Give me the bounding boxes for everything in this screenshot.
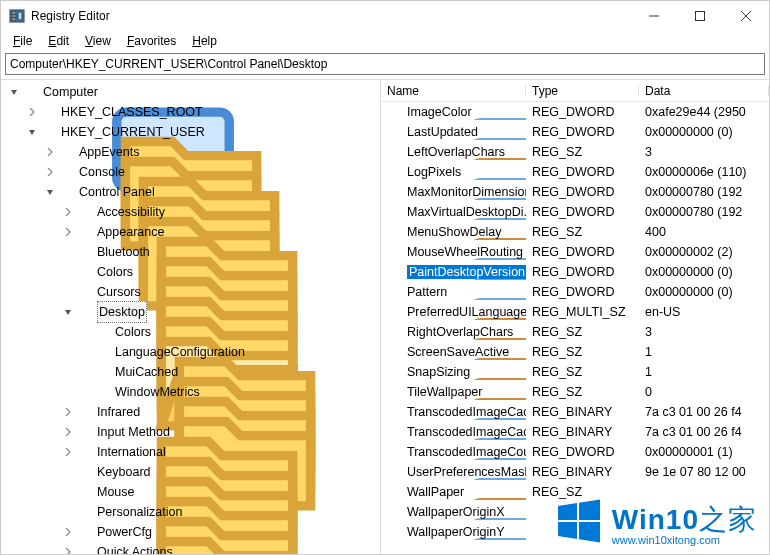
value-row[interactable]: MaxVirtualDesktopDi...REG_DWORD0x0000078…	[381, 202, 769, 222]
chevron-right-icon[interactable]	[61, 445, 75, 459]
column-name[interactable]: Name	[381, 84, 526, 98]
tree-item[interactable]: Keyboard	[1, 462, 380, 482]
tree-pane[interactable]: ComputerHKEY_CLASSES_ROOTHKEY_CURRENT_US…	[1, 79, 381, 554]
chevron-right-icon[interactable]	[61, 225, 75, 239]
binary-value-icon	[387, 444, 403, 460]
binary-value-icon	[387, 504, 403, 520]
chevron-down-icon[interactable]	[25, 125, 39, 139]
value-row[interactable]: WallpaperOriginX	[381, 502, 769, 522]
value-type: REG_DWORD	[526, 205, 639, 219]
tree-item[interactable]: Colors	[1, 322, 380, 342]
value-row[interactable]: PaintDesktopVersionREG_DWORD0x00000000 (…	[381, 262, 769, 282]
folder-icon	[95, 324, 111, 340]
value-type: REG_SZ	[526, 385, 639, 399]
value-row[interactable]: LeftOverlapCharsREG_SZ3	[381, 142, 769, 162]
chevron-down-icon[interactable]	[43, 185, 57, 199]
chevron-down-icon[interactable]	[61, 305, 75, 319]
value-type: REG_BINARY	[526, 425, 639, 439]
expander-none	[61, 485, 75, 499]
expander-none	[61, 265, 75, 279]
chevron-right-icon[interactable]	[61, 405, 75, 419]
tree-item[interactable]: LanguageConfiguration	[1, 342, 380, 362]
expander-none	[79, 385, 93, 399]
value-row[interactable]: RightOverlapCharsREG_SZ3	[381, 322, 769, 342]
chevron-down-icon[interactable]	[7, 85, 21, 99]
value-row[interactable]: TranscodedImageCacheREG_BINARY7a c3 01 0…	[381, 402, 769, 422]
value-row[interactable]: LogPixelsREG_DWORD0x0000006e (110)	[381, 162, 769, 182]
folder-icon	[59, 144, 75, 160]
close-button[interactable]	[723, 1, 769, 31]
tree-item[interactable]: Mouse	[1, 482, 380, 502]
menu-help[interactable]: Help	[184, 32, 225, 50]
tree-item[interactable]: HKEY_CLASSES_ROOT	[1, 102, 380, 122]
value-row[interactable]: PreferredUILanguagesREG_MULTI_SZen-US	[381, 302, 769, 322]
tree-item[interactable]: MuiCached	[1, 362, 380, 382]
svg-rect-8	[12, 12, 16, 14]
value-row[interactable]: ScreenSaveActiveREG_SZ1	[381, 342, 769, 362]
value-row[interactable]: MouseWheelRoutingREG_DWORD0x00000002 (2)	[381, 242, 769, 262]
folder-icon	[77, 524, 93, 540]
value-row[interactable]: MaxMonitorDimensionREG_DWORD0x00000780 (…	[381, 182, 769, 202]
value-row[interactable]: WallpaperOriginY	[381, 522, 769, 542]
tree-item[interactable]: Input Method	[1, 422, 380, 442]
binary-value-icon	[387, 244, 403, 260]
values-pane[interactable]: Name Type Data ImageColorREG_DWORD0xafe2…	[381, 79, 769, 554]
expander-none	[79, 365, 93, 379]
value-row[interactable]: ImageColorREG_DWORD0xafe29e44 (2950	[381, 102, 769, 122]
menubar: FileEditViewFavoritesHelp	[1, 31, 769, 51]
value-row[interactable]: LastUpdatedREG_DWORD0x00000000 (0)	[381, 122, 769, 142]
menu-view[interactable]: View	[77, 32, 119, 50]
chevron-right-icon[interactable]	[61, 525, 75, 539]
tree-item[interactable]: Cursors	[1, 282, 380, 302]
tree-item-label: Colors	[97, 262, 133, 282]
folder-icon	[95, 344, 111, 360]
tree-item-label: MuiCached	[115, 362, 178, 382]
tree-item[interactable]: Computer	[1, 82, 380, 102]
value-data: 3	[639, 325, 769, 339]
chevron-right-icon[interactable]	[61, 425, 75, 439]
value-data: 0x00000002 (2)	[639, 245, 769, 259]
value-row[interactable]: TileWallpaperREG_SZ0	[381, 382, 769, 402]
menu-edit[interactable]: Edit	[40, 32, 77, 50]
value-name: MenuShowDelay	[407, 225, 502, 239]
value-name: ScreenSaveActive	[407, 345, 509, 359]
tree-item[interactable]: Personalization	[1, 502, 380, 522]
tree-item-label: Mouse	[97, 482, 135, 502]
minimize-button[interactable]	[631, 1, 677, 31]
tree-item[interactable]: Desktop	[1, 302, 380, 322]
binary-value-icon	[387, 184, 403, 200]
expander-none	[61, 285, 75, 299]
column-data[interactable]: Data	[639, 84, 769, 98]
value-row[interactable]: SnapSizingREG_SZ1	[381, 362, 769, 382]
chevron-right-icon[interactable]	[61, 205, 75, 219]
column-type[interactable]: Type	[526, 84, 639, 98]
string-value-icon	[387, 224, 403, 240]
list-header: Name Type Data	[381, 80, 769, 102]
tree-item-label: Desktop	[97, 301, 147, 323]
tree-item[interactable]: HKEY_CURRENT_USER	[1, 122, 380, 142]
chevron-right-icon[interactable]	[43, 145, 57, 159]
folder-icon	[77, 404, 93, 420]
maximize-button[interactable]	[677, 1, 723, 31]
tree-item[interactable]: PowerCfg	[1, 522, 380, 542]
folder-icon	[41, 124, 57, 140]
value-row[interactable]: TranscodedImageCac...REG_BINARY7a c3 01 …	[381, 422, 769, 442]
binary-value-icon	[387, 284, 403, 300]
chevron-right-icon[interactable]	[61, 545, 75, 554]
value-row[interactable]: UserPreferencesMaskREG_BINARY9e 1e 07 80…	[381, 462, 769, 482]
value-row[interactable]: WallPaperREG_SZ	[381, 482, 769, 502]
address-bar[interactable]: Computer\HKEY_CURRENT_USER\Control Panel…	[5, 53, 765, 75]
value-type: REG_SZ	[526, 485, 639, 499]
menu-file[interactable]: File	[5, 32, 40, 50]
chevron-right-icon[interactable]	[25, 105, 39, 119]
menu-favorites[interactable]: Favorites	[119, 32, 184, 50]
tree-item[interactable]: Quick Actions	[1, 542, 380, 554]
value-row[interactable]: MenuShowDelayREG_SZ400	[381, 222, 769, 242]
tree-item[interactable]: WindowMetrics	[1, 382, 380, 402]
chevron-right-icon[interactable]	[43, 165, 57, 179]
tree-item[interactable]: International	[1, 442, 380, 462]
value-row[interactable]: PatternREG_DWORD0x00000000 (0)	[381, 282, 769, 302]
binary-value-icon	[387, 404, 403, 420]
value-row[interactable]: TranscodedImageCountREG_DWORD0x00000001 …	[381, 442, 769, 462]
tree-item[interactable]: Infrared	[1, 402, 380, 422]
